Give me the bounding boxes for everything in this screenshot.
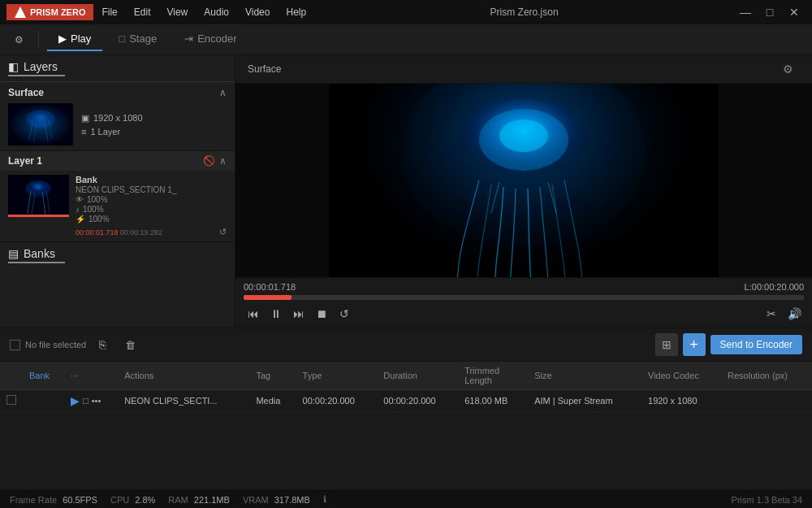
menu-help[interactable]: Help [278, 0, 314, 24]
surface-layers-row: ≡ 1 Layer [81, 127, 143, 137]
clip-timecode-current: 00:00:01.718 [76, 228, 119, 237]
menu-edit[interactable]: Edit [126, 0, 159, 24]
banks-underline [8, 262, 65, 263]
window-controls: — □ ✕ [734, 3, 806, 21]
col-type: Type [296, 362, 378, 390]
title-bar: PRISM ZERO File Edit View Audio Video He… [0, 0, 812, 24]
row-clip-button[interactable]: □ [83, 396, 89, 406]
surface-thumbnail-image [8, 103, 73, 145]
settings-button[interactable]: ⚙ [8, 31, 30, 49]
col-resolution: Resolution (px) [721, 362, 812, 390]
surface-title: Surface [8, 87, 44, 98]
no-file-group: No file selected [10, 340, 86, 350]
file-table-container: Bank ··· Actions Tag Type Duration Trimm… [0, 362, 812, 490]
surface-thumbnail [8, 103, 73, 145]
ram-group: RAM 221.1MB [168, 495, 230, 505]
clip-volume: 100% [83, 205, 104, 214]
layer-collapse-button[interactable]: ∧ [219, 155, 227, 167]
left-panel: ◧ Layers Surface ∧ [0, 55, 235, 328]
cell-select[interactable] [0, 390, 23, 412]
cell-codec: AIM | Super Stream [528, 390, 641, 412]
clip-progress-bar [8, 215, 69, 217]
pause-button[interactable]: ⏸ [266, 304, 286, 323]
tab-stage[interactable]: □ Stage [107, 28, 168, 51]
maximize-button[interactable]: □ [758, 3, 781, 21]
clip-item: Bank NEON CLIPS_SECTION 1_ 👁 100% ♪ 100%… [0, 171, 235, 241]
row-checkbox[interactable] [6, 395, 16, 405]
action-buttons: ▶ □ ••• [71, 394, 111, 407]
svg-point-1 [26, 110, 55, 129]
video-canvas [329, 84, 719, 277]
bottom-panel: No file selected ⎘ 🗑 ⊞ + Send to Encoder… [0, 328, 812, 490]
cell-tag: NEON CLIPS_SECTI... [118, 390, 249, 412]
row-play-button[interactable]: ▶ [71, 394, 80, 407]
menu-file[interactable]: File [93, 0, 125, 24]
cell-size: 618.00 MB [458, 390, 528, 412]
cpu-group: CPU 2.8% [110, 495, 155, 505]
status-bar: Frame Rate 60.5FPS CPU 2.8% RAM 221.1MB … [0, 490, 812, 508]
row-more-button[interactable]: ••• [92, 396, 102, 406]
col-size: Size [528, 362, 641, 390]
surface-content: ▣ 1920 x 1080 ≡ 1 Layer [8, 103, 227, 145]
version-label: Prism 1.3 Beta 34 [732, 495, 802, 505]
skip-forward-button[interactable]: ⏭ [289, 304, 309, 323]
clip-stats: 👁 100% ♪ 100% ⚡ 100% [76, 195, 227, 224]
clip-timecode-total: 00:00:19.282 [120, 228, 163, 237]
play-tab-icon: ▶ [58, 33, 67, 45]
stop-button[interactable]: ⏹ [312, 304, 331, 323]
frame-rate-group: Frame Rate 60.5FPS [10, 495, 97, 505]
banks-icon: ▤ [8, 247, 19, 260]
surface-collapse-button[interactable]: ∧ [219, 87, 227, 98]
surface-resolution-row: ▣ 1920 x 1080 [81, 113, 143, 124]
table-body: ▶ □ ••• NEON CLIPS_SECTI... Media 00:00:… [0, 390, 812, 412]
add-button[interactable]: + [683, 333, 706, 356]
loop-button[interactable]: ↺ [335, 304, 354, 323]
status-left: Frame Rate 60.5FPS CPU 2.8% RAM 221.1MB … [10, 494, 326, 505]
menu-view[interactable]: View [158, 0, 196, 24]
video-header: Surface ⚙ [235, 55, 812, 84]
delete-button[interactable]: 🗑 [119, 336, 142, 354]
col-dots[interactable]: ··· [64, 362, 118, 390]
progress-bar-container[interactable] [244, 295, 804, 300]
divider [38, 32, 39, 48]
clip-info: Bank NEON CLIPS_SECTION 1_ 👁 100% ♪ 100%… [76, 175, 227, 237]
tab-play[interactable]: ▶ Play [47, 28, 102, 51]
timecode-bar: 00:00:01.718 L:00:00:20.000 [244, 282, 804, 292]
title-bar-left: PRISM ZERO File Edit View Audio Video He… [6, 0, 314, 24]
table-header: Bank ··· Actions Tag Type Duration Trimm… [0, 362, 812, 390]
menu-audio[interactable]: Audio [196, 0, 237, 24]
layers-underline [8, 75, 65, 76]
frame-rate-value: 60.5FPS [63, 495, 97, 505]
grid-view-button[interactable]: ⊞ [655, 333, 678, 356]
clip-subname: NEON CLIPS_SECTION 1_ [76, 185, 227, 194]
prism-logo-icon [15, 7, 26, 18]
video-settings-button[interactable]: ⚙ [776, 59, 800, 79]
surface-section: Surface ∧ [0, 82, 235, 151]
layers-header: ◧ Layers [0, 55, 235, 82]
menu-video[interactable]: Video [237, 0, 278, 24]
volume-icon: ♪ [76, 205, 80, 214]
play-tab-label: Play [71, 33, 91, 45]
crop-button[interactable]: ✂ [762, 304, 781, 323]
tab-encoder[interactable]: ⇥ Encoder [173, 28, 248, 51]
skip-back-button[interactable]: ⏮ [244, 304, 263, 323]
audio-button[interactable]: 🔊 [784, 304, 804, 323]
clip-thumbnail-image [8, 175, 69, 217]
bottom-toolbar: No file selected ⎘ 🗑 ⊞ + Send to Encoder [0, 328, 812, 362]
col-codec: Video Codec [641, 362, 721, 390]
cell-duration: 00:00:20.000 [296, 390, 378, 412]
minimize-button[interactable]: — [734, 3, 757, 21]
main-toolbar: ⚙ ▶ Play □ Stage ⇥ Encoder [0, 24, 812, 55]
send-to-encoder-button[interactable]: Send to Encoder [710, 335, 802, 354]
copy-button[interactable]: ⎘ [93, 335, 112, 354]
layer-visibility-button[interactable]: 🚫 [203, 155, 215, 167]
cell-type: Media [249, 390, 296, 412]
close-button[interactable]: ✕ [783, 3, 806, 21]
banks-title: ▤ Banks [8, 247, 227, 260]
col-duration: Duration [377, 362, 458, 390]
col-bank[interactable]: Bank [23, 362, 64, 390]
logo-button[interactable]: PRISM ZERO [6, 4, 93, 20]
col-tag: Tag [249, 362, 296, 390]
info-icon[interactable]: ℹ [323, 494, 326, 505]
file-checkbox[interactable] [10, 340, 20, 350]
